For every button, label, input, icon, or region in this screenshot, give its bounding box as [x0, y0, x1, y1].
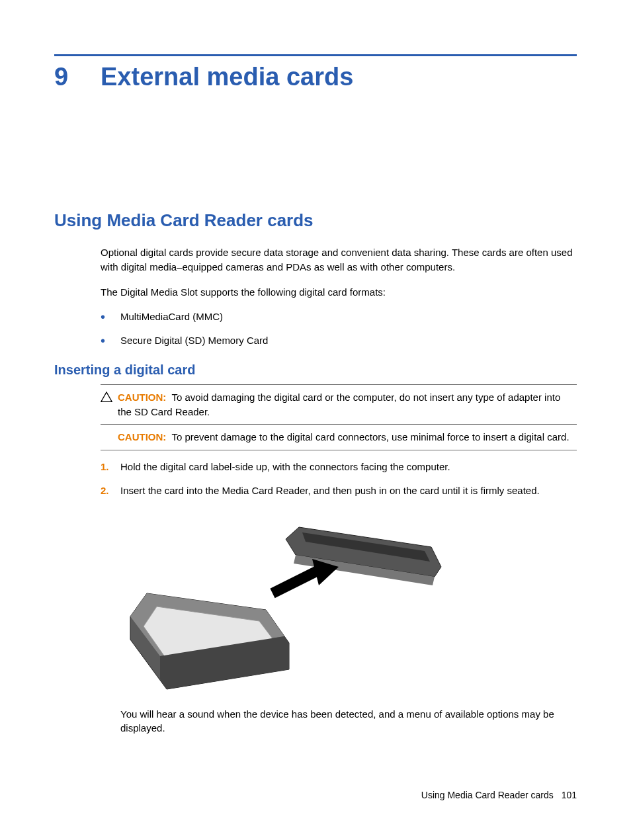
page-number: 101	[562, 790, 577, 800]
caution-body: To prevent damage to the digital card co…	[171, 431, 569, 442]
chapter-rule	[54, 54, 577, 56]
caution-body: To avoid damaging the digital card or th…	[118, 392, 560, 417]
chapter-number: 9	[54, 63, 101, 91]
chapter-title: External media cards	[101, 63, 353, 91]
caution-text: CAUTION: To avoid damaging the digital c…	[118, 390, 577, 419]
section-heading: Using Media Card Reader cards	[54, 210, 577, 231]
formats-line: The Digital Media Slot supports the foll…	[101, 285, 577, 300]
caution-block: CAUTION: To avoid damaging the digital c…	[101, 384, 577, 450]
caution-text: CAUTION: To prevent damage to the digita…	[101, 425, 577, 450]
list-item: MultiMediaCard (MMC)	[101, 310, 577, 324]
caution-label: CAUTION:	[118, 392, 166, 403]
caution-label: CAUTION:	[118, 431, 166, 442]
post-step-text: You will hear a sound when the device ha…	[120, 707, 577, 736]
card-insertion-illustration	[120, 507, 577, 695]
subsection-heading: Inserting a digital card	[54, 362, 577, 378]
caution-triangle-icon	[101, 392, 112, 402]
step-item: Insert the card into the Media Card Read…	[101, 483, 577, 498]
page-footer: Using Media Card Reader cards 101	[421, 790, 577, 800]
section-intro: Optional digital cards provide secure da…	[101, 245, 577, 274]
footer-section: Using Media Card Reader cards	[421, 790, 554, 800]
steps-list: Hold the digital card label-side up, wit…	[101, 460, 577, 498]
list-item: Secure Digital (SD) Memory Card	[101, 333, 577, 348]
formats-list: MultiMediaCard (MMC) Secure Digital (SD)…	[101, 310, 577, 348]
chapter-heading: 9 External media cards	[54, 63, 577, 91]
step-item: Hold the digital card label-side up, wit…	[101, 460, 577, 474]
